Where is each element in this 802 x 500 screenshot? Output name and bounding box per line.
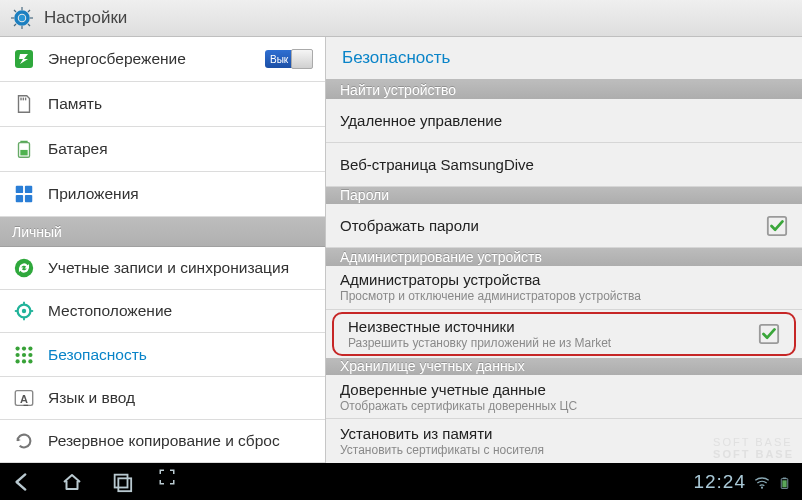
- svg-line-8: [28, 10, 30, 12]
- svg-point-31: [15, 352, 19, 356]
- wifi-icon: [754, 474, 770, 490]
- item-label: Доверенные учетные данные: [340, 381, 577, 398]
- sidebar-item-label: Местоположение: [48, 302, 172, 320]
- settings-gear-icon: [10, 6, 34, 30]
- battery-status-icon: [778, 474, 794, 490]
- sidebar-item-label: Язык и ввод: [48, 389, 135, 407]
- svg-rect-19: [16, 195, 23, 202]
- system-nav-bar: 12:24: [0, 463, 802, 500]
- svg-rect-11: [20, 98, 21, 101]
- recent-apps-button[interactable]: [108, 468, 136, 496]
- section-credentials: Хранилище учетных данных: [326, 358, 802, 376]
- settings-list: Найти устройство Удаленное управление Ве…: [326, 81, 802, 463]
- power-saving-toggle[interactable]: Вык: [265, 50, 313, 68]
- app-title: Настройки: [44, 8, 127, 28]
- sync-icon: [12, 256, 36, 280]
- item-show-passwords[interactable]: Отображать пароли: [326, 204, 802, 248]
- svg-rect-12: [23, 98, 24, 101]
- item-trusted-credentials[interactable]: Доверенные учетные данные Отображать сер…: [326, 375, 802, 419]
- svg-rect-43: [118, 478, 131, 491]
- svg-point-23: [22, 309, 26, 313]
- svg-rect-16: [20, 150, 27, 156]
- sidebar-item-label: Батарея: [48, 140, 108, 158]
- svg-point-29: [22, 346, 26, 350]
- sidebar-item-battery[interactable]: Батарея: [0, 127, 325, 172]
- svg-line-7: [28, 24, 30, 26]
- svg-point-1: [19, 15, 25, 21]
- svg-text:A: A: [20, 392, 28, 404]
- section-find-device: Найти устройство: [326, 81, 802, 99]
- sidebar-item-label: Приложения: [48, 185, 139, 203]
- show-passwords-checkbox[interactable]: [766, 215, 788, 237]
- svg-point-21: [15, 259, 33, 277]
- sidebar-item-label: Энергосбережение: [48, 50, 186, 68]
- sidebar-item-language-input[interactable]: A Язык и ввод: [0, 377, 325, 420]
- sidebar-item-power-saving[interactable]: Энергосбережение Вык: [0, 37, 325, 82]
- sidebar-item-security[interactable]: Безопасность: [0, 333, 325, 376]
- svg-line-9: [14, 24, 16, 26]
- sidebar-item-label: Резервное копирование и сброс: [48, 432, 280, 450]
- svg-rect-17: [16, 186, 23, 193]
- sidebar-section-personal: Личный: [0, 217, 325, 247]
- app-header: Настройки: [0, 0, 802, 37]
- svg-point-35: [22, 359, 26, 363]
- item-samsung-dive[interactable]: Веб-страница SamsungDive: [326, 143, 802, 187]
- item-label: Неизвестные источники: [348, 318, 611, 335]
- item-install-from-storage[interactable]: Установить из памяти Установить сертифик…: [326, 419, 802, 463]
- svg-rect-13: [25, 98, 26, 101]
- item-sublabel: Установить сертификаты с носителя: [340, 443, 544, 457]
- backup-reset-icon: [12, 429, 36, 453]
- security-grid-icon: [12, 343, 36, 367]
- battery-icon: [12, 137, 36, 161]
- home-button[interactable]: [58, 468, 86, 496]
- location-target-icon: [12, 299, 36, 323]
- item-label: Администраторы устройства: [340, 271, 641, 288]
- sidebar-item-label: Память: [48, 95, 102, 113]
- item-label: Установить из памяти: [340, 425, 544, 442]
- svg-rect-20: [25, 195, 32, 202]
- sd-card-icon: [12, 92, 36, 116]
- item-sublabel: Разрешить установку приложений не из Mar…: [348, 336, 611, 350]
- power-saving-icon: [12, 47, 36, 71]
- screenshot-button[interactable]: [158, 468, 176, 486]
- sidebar-item-label: Учетные записи и синхронизация: [48, 259, 289, 277]
- svg-rect-47: [782, 480, 786, 487]
- status-tray[interactable]: 12:24: [693, 471, 794, 493]
- svg-point-36: [28, 359, 32, 363]
- svg-rect-42: [115, 474, 128, 487]
- svg-point-33: [28, 352, 32, 356]
- sidebar-item-location[interactable]: Местоположение: [0, 290, 325, 333]
- panel-title: Безопасность: [326, 37, 802, 81]
- svg-point-32: [22, 352, 26, 356]
- item-sublabel: Отображать сертификаты доверенных ЦС: [340, 399, 577, 413]
- svg-line-6: [14, 10, 16, 12]
- item-label: Веб-страница SamsungDive: [340, 156, 534, 173]
- left-panel: Энергосбережение Вык Память Батарея: [0, 37, 326, 463]
- clock: 12:24: [693, 471, 746, 493]
- item-device-admins[interactable]: Администраторы устройства Просмотр и отк…: [326, 266, 802, 310]
- back-button[interactable]: [8, 468, 36, 496]
- sidebar-item-storage[interactable]: Память: [0, 82, 325, 127]
- svg-point-34: [15, 359, 19, 363]
- item-unknown-sources[interactable]: Неизвестные источники Разрешить установк…: [332, 312, 796, 356]
- svg-point-30: [28, 346, 32, 350]
- apps-grid-icon: [12, 182, 36, 206]
- item-remote-management[interactable]: Удаленное управление: [326, 99, 802, 143]
- language-input-icon: A: [12, 386, 36, 410]
- sidebar-item-label: Безопасность: [48, 346, 147, 364]
- right-panel: Безопасность Найти устройство Удаленное …: [326, 37, 802, 463]
- sidebar-item-accounts-sync[interactable]: Учетные записи и синхронизация: [0, 247, 325, 290]
- svg-point-28: [15, 346, 19, 350]
- svg-rect-18: [25, 186, 32, 193]
- sidebar-item-apps[interactable]: Приложения: [0, 172, 325, 217]
- unknown-sources-checkbox[interactable]: [758, 323, 780, 345]
- section-passwords: Пароли: [326, 187, 802, 205]
- svg-point-44: [761, 486, 763, 488]
- section-device-admin: Администрирование устройств: [326, 248, 802, 266]
- sidebar-item-backup-reset[interactable]: Резервное копирование и сброс: [0, 420, 325, 463]
- item-sublabel: Просмотр и отключение администраторов ус…: [340, 289, 641, 303]
- item-label: Отображать пароли: [340, 217, 479, 234]
- item-label: Удаленное управление: [340, 112, 502, 129]
